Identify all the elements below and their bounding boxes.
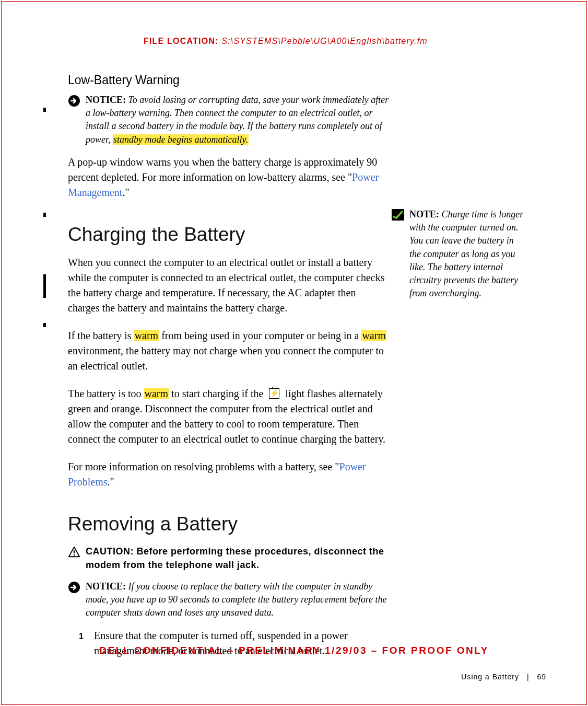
p4-b: ." (108, 476, 114, 488)
caution-text: CAUTION: Before performing these procedu… (86, 545, 394, 572)
p4-a: For more information on resolving proble… (68, 461, 339, 472)
heading-low-battery: Low-Battery Warning (68, 73, 549, 87)
low-battery-para: A pop-up window warns you when the batte… (68, 155, 386, 200)
change-bar (43, 274, 46, 298)
page-footer: Using a Battery | 69 (461, 673, 546, 681)
notice-text-2: NOTICE: If you choose to replace the bat… (86, 580, 394, 620)
footer-page: 69 (537, 673, 546, 681)
file-location-path: S:\SYSTEMS\Pebble\UG\A00\English\battery… (221, 37, 428, 45)
change-bar (43, 108, 46, 112)
note-body: Charge time is longer with the computer … (409, 209, 523, 298)
p2-c: environment, the battery may not charge … (68, 345, 384, 372)
hl-warm-1: warm (134, 330, 159, 341)
file-location-header: FILE LOCATION: S:\SYSTEMS\Pebble\UG\A00\… (144, 37, 549, 46)
notice-body-2: If you choose to replace the battery wit… (86, 581, 387, 618)
footer-section: Using a Battery (461, 673, 519, 681)
caution-icon (68, 546, 80, 558)
caution-label: CAUTION: (86, 546, 137, 557)
p2-b: from being used in your computer or bein… (159, 330, 361, 341)
charging-p3: The battery is too warm to start chargin… (68, 386, 386, 447)
svg-point-3 (74, 554, 75, 555)
notice-highlight: standby mode begins automatically. (113, 134, 249, 145)
notice-label: NOTICE: (86, 95, 126, 105)
caution-block: CAUTION: Before performing these procedu… (68, 545, 549, 572)
notice-block-2: NOTICE: If you choose to replace the bat… (68, 580, 549, 620)
battery-charge-icon (269, 388, 279, 399)
p3-b: to start charging if the (169, 388, 266, 399)
note-label: NOTE: (409, 209, 439, 219)
p3-a: The battery is too (68, 388, 144, 399)
notice-block: NOTICE: To avoid losing or corrupting da… (68, 94, 549, 146)
heading-removing: Removing a Battery (68, 513, 549, 535)
side-note-text: NOTE: Charge time is longer with the com… (409, 208, 527, 300)
notice-icon (68, 95, 80, 107)
notice-icon (68, 581, 80, 594)
charging-p2: If the battery is warm from being used i… (68, 328, 386, 374)
charging-p1: When you connect the computer to an elec… (68, 255, 386, 316)
para-text-a: A pop-up window warns you when the batte… (68, 156, 377, 183)
note-icon (392, 209, 404, 221)
file-location-label: FILE LOCATION: (144, 37, 219, 45)
para-text-b: ." (122, 187, 129, 198)
footer-sep: | (527, 673, 530, 681)
change-bar (43, 323, 46, 327)
notice-text: NOTICE: To avoid losing or corrupting da… (86, 94, 394, 146)
change-bar (43, 213, 46, 217)
charging-p4: For more information on resolving proble… (68, 459, 386, 490)
side-note: NOTE: Charge time is longer with the com… (392, 208, 527, 300)
confidential-footer: DELL CONFIDENTIAL – PRELIMINARY 1/29/03 … (0, 645, 588, 656)
page-content: FILE LOCATION: S:\SYSTEMS\Pebble\UG\A00\… (0, 0, 588, 706)
notice-label-2: NOTICE: (86, 581, 126, 592)
hl-warm-2: warm (361, 330, 386, 341)
hl-warm-3: warm (144, 388, 169, 399)
p2-a: If the battery is (68, 330, 134, 341)
